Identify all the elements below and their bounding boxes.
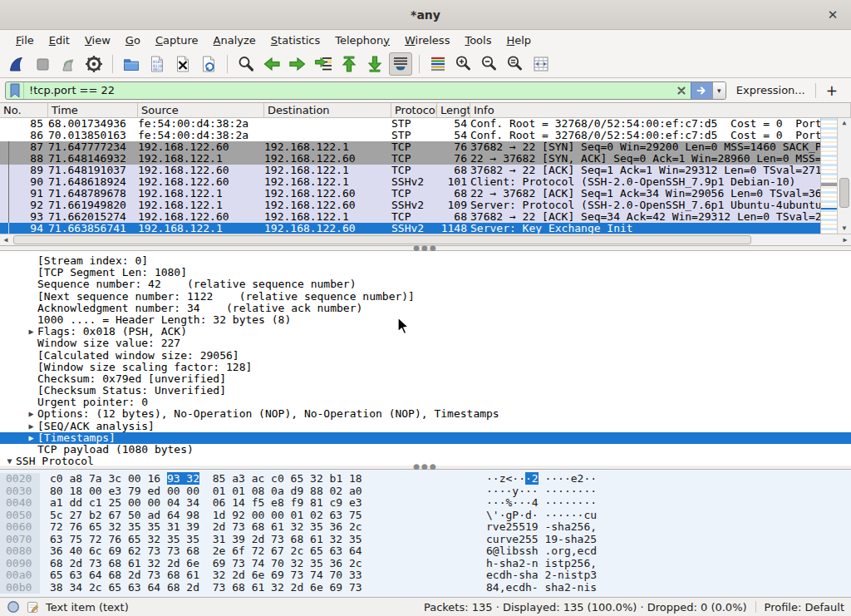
detail-line[interactable]: ▶Options: (12 bytes), No-Operation (NOP)… — [0, 408, 851, 420]
go-forward-button[interactable] — [286, 52, 309, 76]
restart-capture-button[interactable] — [57, 52, 80, 76]
zoom-reset-button[interactable] — [504, 52, 527, 76]
menu-item-help[interactable]: Help — [499, 32, 539, 49]
scroll-down-arrow-icon[interactable]: ▼ — [838, 224, 851, 234]
open-file-button[interactable] — [120, 52, 143, 76]
column-header-no[interactable]: No. — [0, 103, 48, 117]
menu-item-edit[interactable]: Edit — [42, 32, 77, 49]
expression-button[interactable]: Expression... — [733, 84, 809, 96]
zoom-out-button[interactable] — [478, 52, 501, 76]
detail-line[interactable]: TCP payload (1080 bytes) — [0, 444, 851, 456]
hex-row-0060[interactable]: 006072 76 65 32 35 35 31 39 2d 73 68 61 … — [0, 521, 851, 534]
packet-list-hscrollbar[interactable]: ◀ ▶ — [0, 234, 851, 245]
menu-item-statistics[interactable]: Statistics — [263, 32, 327, 49]
filter-bookmark-icon[interactable] — [6, 82, 24, 99]
resize-columns-button[interactable] — [529, 52, 553, 76]
column-header-protocol[interactable]: Protocol — [391, 103, 437, 117]
profile-text[interactable]: Profile: Default — [765, 601, 844, 614]
stop-capture-button[interactable] — [31, 52, 54, 76]
go-back-button[interactable] — [260, 52, 283, 76]
packet-row-90[interactable]: 9071.648618924192.168.122.60192.168.122.… — [0, 176, 820, 188]
zoom-in-button[interactable] — [452, 52, 475, 76]
menu-item-file[interactable]: File — [8, 32, 42, 49]
close-file-button[interactable] — [171, 52, 194, 76]
packet-row-91[interactable]: 9171.648789678192.168.122.1192.168.122.6… — [0, 188, 820, 200]
column-header-source[interactable]: Source — [138, 103, 264, 117]
hex-row-0080[interactable]: 008036 40 6c 69 62 73 73 68 2e 6f 72 67 … — [0, 545, 851, 558]
detail-line[interactable]: [Stream index: 0] — [0, 255, 851, 267]
packet-row-88[interactable]: 8871.648146932192.168.122.1192.168.122.6… — [0, 153, 820, 165]
colorize-button[interactable] — [426, 52, 450, 76]
filter-clear-icon[interactable] — [672, 82, 691, 99]
detail-line[interactable]: Window size value: 227 — [0, 338, 851, 349]
detail-line[interactable]: [TCP Segment Len: 1080] — [0, 267, 851, 278]
detail-line[interactable]: [Checksum Status: Unverified] — [0, 385, 851, 397]
detail-line[interactable]: ▶[Timestamps] — [0, 432, 851, 444]
reload-file-button[interactable] — [197, 52, 220, 76]
packet-list-vscrollbar[interactable]: ▲ ▼ — [837, 118, 851, 234]
go-last-button[interactable] — [363, 52, 386, 76]
packet-row-86[interactable]: 8670.013850163fe:54:00:d4:38:2aSTP54Conf… — [0, 130, 820, 141]
capture-options-button[interactable] — [82, 52, 106, 76]
auto-scroll-button[interactable] — [389, 52, 412, 76]
hex-row-0050[interactable]: 00505c 27 b2 67 50 ad 64 98 1d 92 00 00 … — [0, 510, 851, 522]
expander-open-icon[interactable]: ▼ — [3, 456, 16, 466]
add-filter-button[interactable]: + — [823, 82, 844, 99]
menu-item-tools[interactable]: Tools — [457, 32, 499, 49]
packet-row-85[interactable]: 8568.001734936fe:54:00:d4:38:2aSTP54Conf… — [0, 118, 820, 130]
filter-apply-button[interactable] — [691, 82, 712, 99]
column-header-time[interactable]: Time — [48, 103, 138, 117]
detail-line[interactable]: ▶Flags: 0x018 (PSH, ACK) — [0, 326, 851, 338]
close-window-button[interactable]: ✕ — [824, 7, 841, 23]
detail-line[interactable]: Acknowledgment number: 34 (relative ack … — [0, 303, 851, 314]
packet-row-89[interactable]: 8971.648191037192.168.122.60192.168.122.… — [0, 165, 820, 176]
scroll-right-arrow-icon[interactable]: ▶ — [839, 234, 851, 245]
menu-item-view[interactable]: View — [77, 32, 118, 49]
filter-history-dropdown[interactable]: ▾ — [712, 82, 726, 99]
column-header-info[interactable]: Info — [470, 103, 851, 117]
packet-row-92[interactable]: 9271.661949820192.168.122.1192.168.122.6… — [0, 200, 820, 211]
packet-row-93[interactable]: 9371.662015274192.168.122.60192.168.122.… — [0, 211, 820, 223]
scroll-left-arrow-icon[interactable]: ◀ — [0, 234, 12, 245]
hex-row-0040[interactable]: 0040a1 dd c1 25 00 00 04 34 06 14 f5 e8 … — [0, 497, 851, 510]
packet-row-87[interactable]: 8771.647777234192.168.122.60192.168.122.… — [0, 141, 820, 153]
menu-item-capture[interactable]: Capture — [148, 32, 206, 49]
menu-item-analyze[interactable]: Analyze — [206, 32, 263, 49]
expander-closed-icon[interactable]: ▶ — [25, 432, 37, 444]
hex-row-0030[interactable]: 003080 18 00 e3 79 ed 00 00 01 01 08 0a … — [0, 485, 851, 498]
hex-row-0090[interactable]: 009068 2d 73 68 61 32 2d 6e 69 73 74 70 … — [0, 558, 851, 570]
detail-line[interactable]: [Calculated window size: 29056] — [0, 350, 851, 362]
menu-item-go[interactable]: Go — [118, 32, 148, 49]
menu-item-telephony[interactable]: Telephony — [327, 32, 397, 49]
capture-comment-icon[interactable] — [26, 600, 40, 614]
find-packet-button[interactable] — [234, 52, 258, 76]
vscroll-thumb[interactable] — [839, 178, 849, 208]
expert-info-icon[interactable] — [7, 600, 20, 614]
expander-closed-icon[interactable]: ▶ — [25, 408, 37, 420]
column-header-destination[interactable]: Destination — [264, 103, 391, 117]
detail-line[interactable]: [Next sequence number: 1122 (relative se… — [0, 291, 851, 303]
expander-closed-icon[interactable]: ▶ — [25, 421, 37, 432]
scroll-up-arrow-icon[interactable]: ▲ — [838, 118, 851, 128]
expander-closed-icon[interactable]: ▶ — [25, 326, 37, 338]
detail-line[interactable]: [Window size scaling factor: 128] — [0, 362, 851, 373]
hex-row-00a0[interactable]: 00a065 63 64 68 2d 73 68 61 32 2d 6e 69 … — [0, 569, 851, 582]
go-first-button[interactable] — [337, 52, 361, 76]
detail-line[interactable]: Sequence number: 42 (relative sequence n… — [0, 278, 851, 290]
detail-line[interactable]: Urgent pointer: 0 — [0, 397, 851, 408]
hex-row-0020[interactable]: 0020c0 a8 7a 3c 00 16 93 32 85 a3 ac c0 … — [0, 473, 851, 485]
hex-row-0070[interactable]: 007063 75 72 76 65 32 35 35 31 39 2d 73 … — [0, 534, 851, 546]
display-filter-input[interactable] — [24, 82, 672, 99]
hscroll-thumb[interactable] — [13, 235, 751, 244]
go-to-packet-button[interactable] — [312, 52, 335, 76]
menu-item-wireless[interactable]: Wireless — [397, 32, 457, 49]
start-capture-button[interactable] — [5, 52, 28, 76]
column-header-length[interactable]: Length — [437, 103, 470, 117]
packet-minimap[interactable] — [820, 118, 837, 234]
packet-row-94[interactable]: 9471.663856741192.168.122.1192.168.122.6… — [0, 223, 820, 234]
detail-line[interactable]: 1000 .... = Header Length: 32 bytes (8) — [0, 314, 851, 326]
hex-row-00b0[interactable]: 00b038 34 2c 65 63 64 68 2d 73 68 61 32 … — [0, 582, 851, 594]
save-file-button[interactable]: 010101100011 — [145, 52, 169, 76]
detail-line[interactable]: ▶[SEQ/ACK analysis] — [0, 421, 851, 432]
detail-line[interactable]: Checksum: 0x79ed [unverified] — [0, 373, 851, 385]
